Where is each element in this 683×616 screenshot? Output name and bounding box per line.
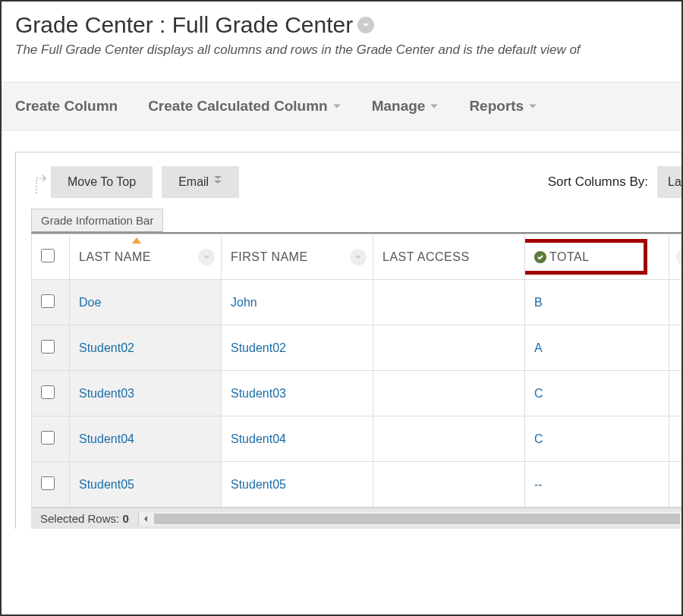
cell-last-name[interactable]: Student04 xyxy=(70,416,222,462)
grade-information-bar[interactable]: Grade Information Bar xyxy=(31,209,163,233)
check-circle-icon xyxy=(534,251,546,263)
header-checkbox-cell xyxy=(32,234,70,280)
table-row: Student02Student02A xyxy=(32,325,684,371)
cell-last-access[interactable] xyxy=(373,280,525,325)
layout-order-button[interactable]: Lay xyxy=(657,166,681,198)
select-all-checkbox[interactable] xyxy=(41,249,55,262)
chevron-down-icon xyxy=(332,102,342,111)
row-checkbox[interactable] xyxy=(41,294,55,308)
move-to-top-label: Move To Top xyxy=(68,175,136,189)
cell-extra[interactable] xyxy=(669,325,684,371)
create-column-button[interactable]: Create Column xyxy=(15,98,118,115)
table-row: Student05Student05-- xyxy=(32,462,684,508)
chevron-down-icon xyxy=(528,102,537,111)
cell-total[interactable]: -- xyxy=(525,462,669,508)
table-row: Student03Student03C xyxy=(32,371,684,416)
table-row: Student04Student04C xyxy=(32,416,684,462)
cell-total[interactable]: C xyxy=(525,416,669,462)
action-bar: Create Column Create Calculated Column M… xyxy=(2,82,681,130)
cell-last-name[interactable]: Student03 xyxy=(70,371,222,416)
row-checkbox-cell xyxy=(32,416,70,462)
grid-toolbar: Move To Top Email Sort Columns By: Lay xyxy=(31,166,681,198)
cell-first-name[interactable]: Student04 xyxy=(222,416,373,462)
total-header-label: TOTAL xyxy=(549,250,590,263)
selected-rows: Selected Rows: 0 xyxy=(31,509,138,528)
column-header-first-name[interactable]: FIRST NAME xyxy=(222,234,373,280)
cell-total[interactable]: B xyxy=(525,280,669,325)
create-calculated-column-label: Create Calculated Column xyxy=(148,98,328,115)
row-checkbox-cell xyxy=(32,280,70,325)
row-checkbox-cell xyxy=(32,462,70,508)
move-arrow-icon xyxy=(31,169,51,195)
cell-first-name[interactable]: Student02 xyxy=(222,325,373,371)
scroll-left-icon[interactable] xyxy=(139,512,153,526)
grid-wrap: LAST NAME FIRST NAME LAST ACCESS xyxy=(31,232,681,508)
cell-last-name[interactable]: Student05 xyxy=(70,462,222,508)
row-checkbox[interactable] xyxy=(41,431,55,445)
row-checkbox-cell xyxy=(32,371,70,416)
cell-last-access[interactable] xyxy=(373,462,525,508)
cell-last-access[interactable] xyxy=(373,371,525,416)
page-title: Grade Center : Full Grade Center xyxy=(15,12,353,38)
manage-button[interactable]: Manage xyxy=(372,98,439,115)
row-checkbox[interactable] xyxy=(41,385,55,399)
last-access-header-label: LAST ACCESS xyxy=(382,250,470,263)
email-button[interactable]: Email xyxy=(162,166,239,198)
selected-rows-label: Selected Rows: xyxy=(40,512,119,525)
cell-first-name[interactable]: John xyxy=(222,280,373,325)
cell-last-name[interactable]: Doe xyxy=(70,280,222,325)
row-checkbox[interactable] xyxy=(41,340,55,354)
reports-button[interactable]: Reports xyxy=(469,98,537,115)
column-header-total[interactable]: TOTAL xyxy=(525,234,669,280)
create-column-label: Create Column xyxy=(15,98,118,115)
column-header-last-name[interactable]: LAST NAME xyxy=(70,234,222,280)
column-header-last-access[interactable]: LAST ACCESS xyxy=(373,234,525,280)
page-description: The Full Grade Center displays all colum… xyxy=(15,42,668,58)
cell-extra[interactable] xyxy=(669,371,684,416)
row-checkbox-cell xyxy=(32,325,70,371)
manage-label: Manage xyxy=(372,98,426,115)
cell-first-name[interactable]: Student05 xyxy=(222,462,373,508)
cell-extra[interactable] xyxy=(669,416,684,462)
create-calculated-column-button[interactable]: Create Calculated Column xyxy=(148,98,342,115)
title-chevron-icon[interactable] xyxy=(357,17,374,33)
page-header: Grade Center : Full Grade Center The Ful… xyxy=(2,2,681,64)
table-header-row: LAST NAME FIRST NAME LAST ACCESS xyxy=(32,234,684,280)
cell-last-access[interactable] xyxy=(373,416,525,462)
cell-first-name[interactable]: Student03 xyxy=(222,371,373,416)
table-row: DoeJohnB xyxy=(32,280,684,325)
column-menu-icon[interactable] xyxy=(198,249,215,266)
horizontal-scrollbar[interactable] xyxy=(138,512,681,526)
email-label: Email xyxy=(178,175,209,189)
layout-order-label: Lay xyxy=(668,175,681,188)
footer-bar: Selected Rows: 0 xyxy=(31,508,681,529)
chevron-down-icon xyxy=(430,102,439,111)
selected-rows-count: 0 xyxy=(122,512,128,525)
double-chevron-down-icon xyxy=(213,175,222,189)
cell-last-access[interactable] xyxy=(373,325,525,371)
cell-last-name[interactable]: Student02 xyxy=(70,325,222,371)
column-header-extra[interactable] xyxy=(669,234,684,280)
grid-area: Move To Top Email Sort Columns By: Lay G… xyxy=(15,152,681,529)
sort-caret-up-icon xyxy=(132,234,141,247)
grade-table: LAST NAME FIRST NAME LAST ACCESS xyxy=(31,234,683,508)
column-menu-icon[interactable] xyxy=(676,249,683,266)
scroll-thumb[interactable] xyxy=(154,514,680,524)
move-to-top-button[interactable]: Move To Top xyxy=(51,166,153,198)
cell-extra[interactable] xyxy=(669,280,684,325)
sort-columns-by-label: Sort Columns By: xyxy=(548,174,648,190)
last-name-header-label: LAST NAME xyxy=(79,250,151,263)
column-menu-icon[interactable] xyxy=(350,249,367,266)
cell-extra[interactable] xyxy=(669,462,684,508)
first-name-header-label: FIRST NAME xyxy=(231,250,308,263)
page-title-row: Grade Center : Full Grade Center xyxy=(15,12,668,38)
cell-total[interactable]: C xyxy=(525,371,669,416)
reports-label: Reports xyxy=(469,98,524,115)
row-checkbox[interactable] xyxy=(41,476,55,490)
cell-total[interactable]: A xyxy=(525,325,669,371)
